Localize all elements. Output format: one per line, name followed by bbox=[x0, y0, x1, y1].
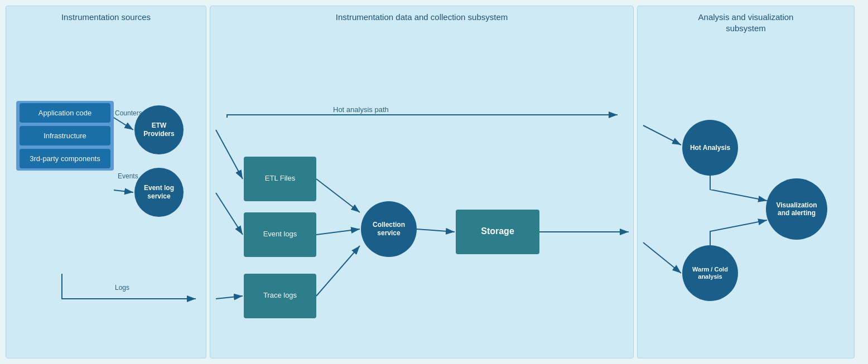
source-3rdparty: 3rd-party components bbox=[20, 149, 110, 168]
diagram-container: Instrumentation sources Application code… bbox=[0, 0, 868, 364]
arrow-collection-to-storage bbox=[417, 229, 455, 232]
arrow-trace-to-collection bbox=[316, 246, 360, 296]
arrow-evlog-to-evlogs bbox=[216, 193, 243, 235]
warm-cold-analysis-node: Warm / Coldanalysis bbox=[682, 245, 738, 301]
arrow-counters bbox=[114, 118, 133, 130]
source-application-code: Application code bbox=[20, 103, 110, 123]
label-logs: Logs bbox=[115, 284, 129, 292]
panel-instrumentation-sources: Instrumentation sources Application code… bbox=[6, 6, 206, 358]
event-log-service-node: Event logservice bbox=[134, 168, 184, 217]
arrow-hot-to-viz bbox=[710, 176, 767, 201]
event-logs-node: Event logs bbox=[244, 212, 316, 257]
right-inner: Hot Analysis Visualizationand alerting W… bbox=[638, 33, 854, 358]
arrow-evlogs-to-collection bbox=[316, 229, 360, 235]
panel-instrumentation-data: Instrumentation data and collection subs… bbox=[210, 6, 634, 358]
arrow-warm-to-viz bbox=[710, 220, 767, 245]
arrow-events bbox=[114, 190, 133, 192]
arrow-logs-to-trace bbox=[216, 296, 243, 299]
arrow-etl-to-collection bbox=[316, 179, 360, 212]
middle-inner: ETL Files Event logs Trace logs Collecti… bbox=[210, 23, 633, 358]
arrow-hot-path bbox=[227, 115, 618, 118]
collection-service-node: Collectionservice bbox=[361, 201, 417, 257]
panel-analysis: Analysis and visualization subsystem Hot… bbox=[637, 6, 855, 358]
panel-left-title: Instrumentation sources bbox=[53, 6, 159, 23]
trace-logs-node: Trace logs bbox=[244, 274, 316, 318]
arrow-warm-in bbox=[643, 242, 681, 273]
storage-node: Storage bbox=[456, 210, 539, 254]
hot-analysis-node: Hot Analysis bbox=[682, 120, 738, 176]
etl-files-node: ETL Files bbox=[244, 157, 316, 201]
hot-path-label: Hot analysis path bbox=[333, 105, 389, 114]
source-group: Application code Infrastructure 3rd-part… bbox=[16, 101, 114, 171]
label-events: Events bbox=[118, 172, 138, 180]
panel-middle-title: Instrumentation data and collection subs… bbox=[327, 6, 517, 23]
visualization-alerting-node: Visualizationand alerting bbox=[766, 178, 827, 240]
sources-inner: Application code Infrastructure 3rd-part… bbox=[6, 23, 206, 358]
source-infrastructure: Infrastructure bbox=[20, 126, 110, 145]
arrow-etw-to-etl bbox=[216, 130, 243, 179]
panel-right-title: Analysis and visualization subsystem bbox=[690, 6, 802, 33]
label-counters: Counters bbox=[115, 109, 142, 117]
arrow-hot-in bbox=[643, 125, 681, 145]
